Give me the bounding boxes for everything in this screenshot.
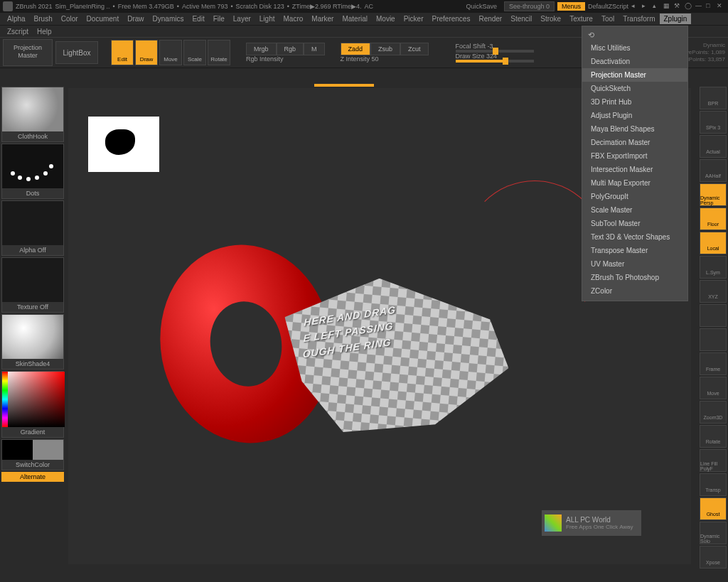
texture-thumbnail[interactable]: Texture Off (1, 257, 64, 313)
maximize-icon[interactable]: □ (706, 2, 714, 11)
color-swatch-main[interactable] (2, 440, 33, 460)
right-rotate[interactable]: Rotate (700, 425, 727, 448)
right-dynamic-solo[interactable]: Dynamic Solo (700, 522, 727, 544)
tool-thumbnail[interactable] (88, 117, 159, 172)
color-swatch-secondary[interactable] (33, 440, 63, 460)
plugin-scale-master[interactable]: Scale Master (582, 203, 687, 217)
quicksave-button[interactable]: QuickSave (461, 2, 501, 11)
circle-icon[interactable]: ◯ (685, 2, 693, 11)
zcut-mode[interactable]: Zcut (400, 43, 429, 55)
right-xpose[interactable]: Xpose (700, 546, 727, 568)
plugin-zcolor[interactable]: ZColor (582, 284, 687, 298)
menu-dynamics[interactable]: Dynamics (149, 14, 188, 24)
right-l.sym[interactable]: L.Sym (700, 256, 727, 279)
plugin-quicksketch[interactable]: QuickSketch (582, 82, 687, 95)
menu-edit[interactable]: Edit (188, 14, 208, 24)
menu-color[interactable]: Color (57, 14, 82, 24)
switch-color[interactable]: SwitchColor (1, 439, 64, 470)
draw-size-slider[interactable] (456, 60, 534, 63)
menu-zscript[interactable]: Zscript (3, 27, 33, 36)
scale-button[interactable]: Scale (183, 40, 206, 65)
brush-thumbnail[interactable]: ClothHook (1, 87, 64, 142)
plugin-misc-utilities[interactable]: Misc Utilities (582, 41, 687, 55)
grid-icon[interactable]: ▦ (663, 2, 672, 11)
plugin-adjust-plugin[interactable]: Adjust Plugin (582, 109, 687, 122)
alpha-thumbnail[interactable]: Alpha Off (1, 200, 64, 256)
zadd-mode[interactable]: Zadd (341, 43, 371, 55)
menu-layer[interactable]: Layer (229, 14, 255, 24)
rotate-button[interactable]: Rotate (208, 40, 230, 65)
menu-help[interactable]: Help (33, 27, 56, 36)
plugin-deactivation[interactable]: Deactivation (582, 55, 687, 68)
plugin-fbx-exportimport[interactable]: FBX ExportImport (582, 149, 687, 163)
arrow-right-icon[interactable]: ▸ (642, 2, 651, 11)
plugin-decimation-master[interactable]: Decimation Master (582, 136, 687, 149)
alternate-button[interactable]: Alternate (1, 472, 64, 482)
menu-material[interactable]: Material (338, 14, 372, 24)
right-btn9[interactable] (700, 304, 727, 327)
plugin-maya-blend-shapes[interactable]: Maya Blend Shapes (582, 122, 687, 136)
menu-zplugin[interactable]: Zplugin (660, 14, 692, 24)
right-local[interactable]: Local (700, 232, 727, 254)
z-intensity-label[interactable]: Z Intensity 50 (341, 55, 429, 63)
rgb-intensity-label[interactable]: Rgb Intensity (246, 55, 325, 63)
tool-icon[interactable]: ⚒ (674, 2, 682, 11)
default-zscript[interactable]: DefaultZScript (588, 3, 628, 10)
plugin-text-3d-&-vector-shapes[interactable]: Text 3D & Vector Shapes (582, 230, 687, 244)
arrow-left-icon[interactable]: ◂ (631, 2, 640, 11)
menu-marker[interactable]: Marker (307, 14, 338, 24)
plugin-intersection-masker[interactable]: Intersection Masker (582, 163, 687, 176)
plugin-polygroupit[interactable]: PolyGroupIt (582, 190, 687, 203)
menu-brush[interactable]: Brush (30, 14, 57, 24)
right-line-fill-polyf[interactable]: Line Fill PolyF (700, 449, 727, 472)
menu-alpha[interactable]: Alpha (3, 14, 30, 24)
right-btn10[interactable] (700, 328, 727, 351)
rgb-mode[interactable]: Rgb (277, 43, 304, 55)
move-button[interactable]: Move (159, 40, 182, 65)
menu-texture[interactable]: Texture (565, 14, 597, 24)
color-picker[interactable]: Gradient (1, 371, 64, 438)
focal-shift-slider[interactable] (456, 50, 534, 53)
lightbox-button[interactable]: LightBox (55, 41, 98, 64)
right-floor[interactable]: Floor (700, 208, 727, 230)
menu-stroke[interactable]: Stroke (536, 14, 565, 24)
right-xyz[interactable]: XYZ (700, 280, 727, 303)
menu-draw[interactable]: Draw (123, 14, 148, 24)
menu-movie[interactable]: Movie (372, 14, 400, 24)
right-transp[interactable]: Transp (700, 473, 727, 496)
minimize-icon[interactable]: — (695, 2, 704, 11)
menu-macro[interactable]: Macro (279, 14, 308, 24)
right-aahalf[interactable]: AAHalf (700, 159, 727, 182)
menu-tool[interactable]: Tool (597, 14, 619, 24)
m-mode[interactable]: M (304, 43, 325, 55)
right-ghost[interactable]: Ghost (700, 497, 727, 520)
projection-master-button[interactable]: ProjectionMaster (3, 39, 53, 66)
plugin-zbrush-to-photoshop[interactable]: ZBrush To Photoshop (582, 271, 687, 284)
right-frame[interactable]: Frame (700, 352, 727, 375)
close-icon[interactable]: ✕ (717, 2, 725, 11)
right-spix-3[interactable]: SPix 3 (700, 111, 727, 134)
material-thumbnail[interactable]: SkinShade4 (1, 314, 64, 370)
right-dynamic-persp[interactable]: Dynamic Persp (700, 183, 727, 206)
stroke-thumbnail[interactable]: Dots (1, 144, 64, 199)
menu-document[interactable]: Document (82, 14, 124, 24)
zsub-mode[interactable]: Zsub (370, 43, 400, 55)
mrgb-mode[interactable]: Mrgb (246, 43, 277, 55)
plugin-subtool-master[interactable]: SubTool Master (582, 217, 687, 230)
right-bpr[interactable]: BPR (700, 87, 727, 109)
menu-render[interactable]: Render (474, 14, 506, 24)
menu-stencil[interactable]: Stencil (506, 14, 536, 24)
draw-button[interactable]: Draw (135, 40, 158, 65)
seethrough-slider[interactable]: See-through 0 (504, 1, 555, 11)
menus-button[interactable]: Menus (557, 2, 585, 11)
right-move[interactable]: Move (700, 377, 727, 399)
right-actual[interactable]: Actual (700, 135, 727, 158)
plugin-multi-map-exporter[interactable]: Multi Map Exporter (582, 176, 687, 190)
menu-picker[interactable]: Picker (400, 14, 428, 24)
arrow-up-icon[interactable]: ▴ (653, 2, 661, 11)
menu-preferences[interactable]: Preferences (427, 14, 474, 24)
menu-file[interactable]: File (209, 14, 229, 24)
edit-button[interactable]: Edit (111, 40, 134, 65)
plugin-transpose-master[interactable]: Transpose Master (582, 244, 687, 257)
menu-light[interactable]: Light (255, 14, 279, 24)
